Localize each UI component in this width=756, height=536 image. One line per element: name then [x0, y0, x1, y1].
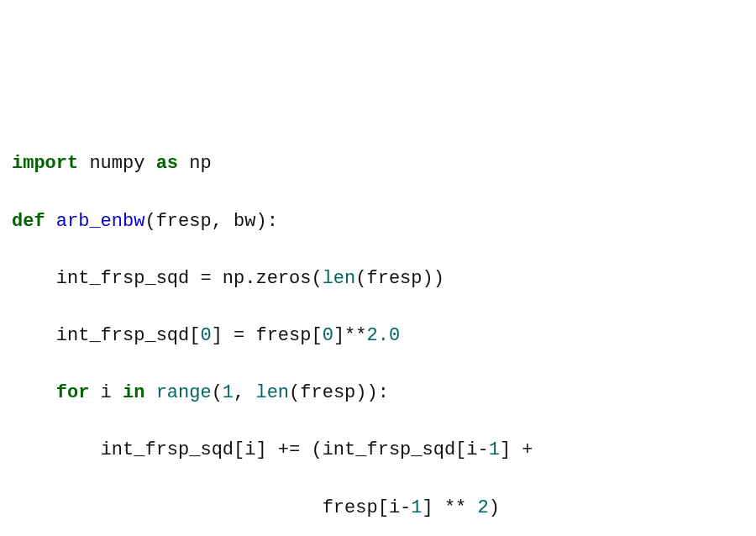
code-line-3: int_frsp_sqd = np.zeros(len(fresp))	[12, 265, 744, 293]
function-name: arb_enbw	[56, 211, 145, 232]
keyword-in: in	[123, 382, 144, 403]
module-name: numpy	[89, 153, 144, 174]
keyword-for: for	[56, 382, 90, 403]
keyword-import: import	[12, 153, 78, 174]
code-line-1: import numpy as np	[12, 150, 744, 178]
code-line-7: fresp[i-1] ** 2)	[12, 494, 744, 523]
code-line-5: for i in range(1, len(fresp)):	[12, 379, 744, 407]
code-line-4: int_frsp_sqd[0] = fresp[0]**2.0	[12, 322, 744, 350]
code-block: import numpy as np def arb_enbw(fresp, b…	[12, 121, 744, 536]
code-line-2: def arb_enbw(fresp, bw):	[12, 208, 744, 236]
builtin-range: range	[156, 382, 212, 403]
keyword-as: as	[156, 153, 178, 174]
builtin-len: len	[255, 382, 289, 403]
alias: np	[189, 153, 211, 174]
params: (fresp, bw):	[144, 211, 277, 232]
builtin-len: len	[323, 268, 356, 289]
code-line-6: int_frsp_sqd[i] += (int_frsp_sqd[i-1] +	[12, 436, 744, 465]
keyword-def: def	[12, 211, 45, 232]
